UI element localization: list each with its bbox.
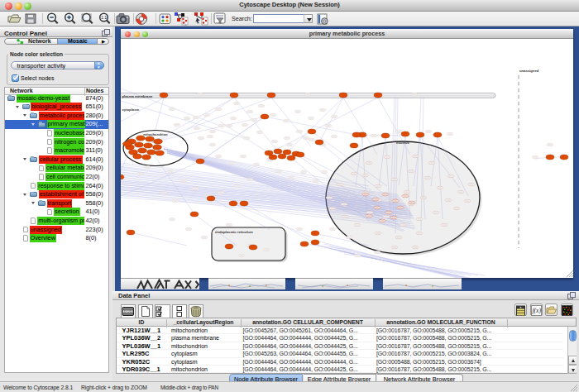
- svg-text:f(x): f(x): [533, 307, 542, 314]
- svg-text:cytoplasm: cytoplasm: [122, 108, 140, 112]
- svg-text:1:1: 1:1: [101, 15, 107, 20]
- svg-text:unassigned: unassigned: [519, 69, 539, 73]
- svg-text:mitochondrion: mitochondrion: [143, 132, 168, 136]
- svg-text:nucleus: nucleus: [396, 141, 409, 145]
- svg-text:plasma membrane: plasma membrane: [122, 94, 153, 98]
- svg-text:endoplasmic reticulum: endoplasmic reticulum: [215, 230, 253, 234]
